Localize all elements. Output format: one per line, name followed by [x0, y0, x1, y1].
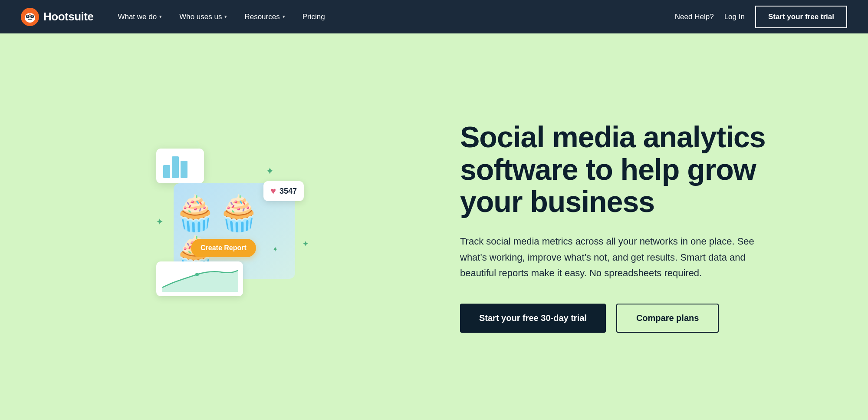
nav-links: What we do ▾ Who uses us ▾ Resources ▾ P…	[111, 9, 674, 25]
nav-who-uses-us[interactable]: Who uses us ▾	[172, 9, 234, 25]
hero-content: Social media analytics software to help …	[425, 103, 816, 350]
nav-pricing[interactable]: Pricing	[296, 9, 332, 25]
chevron-down-icon: ▾	[283, 14, 285, 20]
chevron-down-icon: ▾	[224, 14, 227, 20]
heart-like-card: ♥ 3547	[263, 181, 304, 201]
hero-illustration: 🧁🧁🧁 ♥ 3547 ✦ ✦ ✦ ✦ Create Report ☞	[35, 96, 425, 357]
sparkle-icon-4: ✦	[273, 246, 278, 253]
bar-1	[163, 165, 170, 178]
svg-point-4	[27, 15, 29, 17]
heart-count: 3547	[279, 187, 297, 196]
sparkle-icon-1: ✦	[266, 166, 273, 176]
hero-buttons: Start your free 30-day trial Compare pla…	[460, 304, 799, 333]
bar-2	[172, 156, 179, 178]
area-chart-svg	[162, 266, 238, 292]
line-chart-card	[156, 261, 243, 296]
hero-section: 🧁🧁🧁 ♥ 3547 ✦ ✦ ✦ ✦ Create Report ☞	[0, 33, 868, 420]
svg-point-7	[195, 273, 199, 276]
nav-resources[interactable]: Resources ▾	[237, 9, 292, 25]
chart-card	[156, 149, 204, 183]
create-report-button[interactable]: Create Report	[191, 239, 256, 257]
chevron-down-icon: ▾	[159, 14, 162, 20]
svg-point-5	[32, 15, 33, 17]
bar-3	[181, 161, 187, 178]
heart-icon: ♥	[270, 185, 276, 197]
help-link[interactable]: Need Help?	[675, 13, 714, 21]
logo[interactable]: Hootsuite	[21, 8, 93, 26]
nav-cta-button[interactable]: Start your free trial	[755, 6, 847, 28]
hero-heading: Social media analytics software to help …	[460, 121, 799, 218]
cta-primary-button[interactable]: Start your free 30-day trial	[460, 304, 606, 333]
nav-who-uses-us-label: Who uses us	[179, 13, 222, 21]
nav-what-we-do[interactable]: What we do ▾	[111, 9, 169, 25]
nav-what-we-do-label: What we do	[118, 13, 157, 21]
nav-pricing-label: Pricing	[302, 13, 325, 21]
login-link[interactable]: Log In	[724, 13, 745, 21]
sparkle-icon-2: ✦	[302, 240, 308, 248]
logo-text: Hootsuite	[43, 10, 93, 23]
cta-secondary-button[interactable]: Compare plans	[616, 304, 719, 333]
hootsuite-owl-icon	[21, 8, 39, 26]
navigation: Hootsuite What we do ▾ Who uses us ▾ Res…	[0, 0, 868, 33]
illustration-container: 🧁🧁🧁 ♥ 3547 ✦ ✦ ✦ ✦ Create Report ☞	[130, 114, 330, 340]
hero-subtext: Track social media metrics across all yo…	[460, 234, 755, 281]
sparkle-icon-3: ✦	[156, 217, 163, 227]
nav-right: Need Help? Log In Start your free trial	[675, 6, 847, 28]
nav-resources-label: Resources	[244, 13, 279, 21]
